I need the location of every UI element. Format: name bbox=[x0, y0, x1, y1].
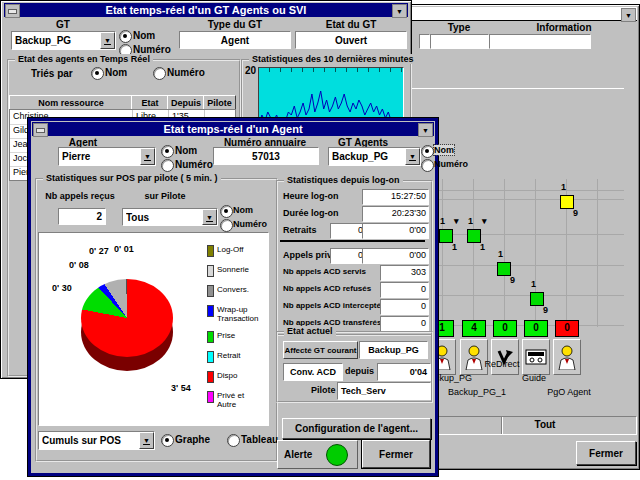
column-header-type: Type bbox=[423, 22, 495, 33]
stat-value-field: 20:23'30 bbox=[362, 206, 429, 222]
stat-value-field: 15:27:50 bbox=[362, 189, 429, 205]
sur-pilote-label: sur Pilote bbox=[126, 191, 204, 201]
view-selector-bar[interactable]: Tout bbox=[409, 416, 637, 435]
system-menu-icon[interactable] bbox=[5, 4, 20, 18]
agent-close-button[interactable]: Fermer bbox=[362, 440, 430, 468]
monitor-information-cell[interactable] bbox=[489, 34, 591, 49]
agent-titlebar[interactable]: Etat temps-réel d'un Agent ▼ bbox=[32, 122, 434, 136]
pie-legend: Log-OffSonnerieConvers.Wrap-up Transacti… bbox=[207, 245, 265, 417]
agent-nom-radio[interactable] bbox=[161, 145, 174, 158]
queue-count-box[interactable]: 4 bbox=[462, 320, 486, 337]
legend-label: Prise bbox=[217, 331, 235, 343]
queue-agent-icon[interactable] bbox=[460, 339, 488, 375]
dropdown-arrow-icon[interactable]: ▼ bbox=[405, 148, 420, 165]
node-count-top: 1 bbox=[440, 216, 445, 226]
alert-label: Alerte bbox=[284, 449, 312, 460]
gt-agents-combobox-value: Backup_PG bbox=[332, 148, 406, 165]
sort-numero-radio-label: Numéro bbox=[167, 67, 205, 78]
logon-stats-title: Statistiques depuis log-on bbox=[284, 175, 403, 185]
grid-line-horizontal bbox=[412, 265, 624, 266]
monitor-row-cell[interactable] bbox=[419, 34, 430, 49]
legend-item: Prise bbox=[207, 331, 265, 343]
node-count-top: 1 bbox=[531, 279, 536, 289]
pie-slice-label: 0' 08 bbox=[69, 260, 89, 270]
tries-par-label: Triés par bbox=[31, 68, 73, 79]
gt-nom-radio[interactable] bbox=[119, 30, 132, 43]
pos-stats-title: Statistiques sur POS par pilote ( 5 min.… bbox=[43, 173, 221, 183]
minimize-icon[interactable]: ▼ bbox=[418, 123, 433, 137]
queue-label: ReDirect bbox=[472, 359, 532, 369]
sort-nom-radio[interactable] bbox=[91, 67, 104, 80]
gt-agents-numero-radio[interactable] bbox=[421, 159, 434, 172]
legend-swatch bbox=[207, 285, 214, 297]
graphe-radio[interactable] bbox=[161, 434, 174, 447]
pilote-nom-radio[interactable] bbox=[220, 205, 233, 218]
etat-gt-value: Ouvert bbox=[295, 31, 407, 49]
alert-status-light bbox=[326, 444, 348, 466]
logon-stats-group: Statistiques depuis log-on Heure log-on1… bbox=[276, 180, 433, 336]
pie-slice-label: 3' 54 bbox=[171, 383, 191, 393]
legend-label: Retrait bbox=[217, 351, 241, 363]
graphe-radio-label: Graphe bbox=[175, 434, 210, 445]
cumuls-combobox[interactable]: Cumuls sur POS ▼ bbox=[38, 431, 155, 450]
queue-label: PgO Agent bbox=[529, 387, 609, 397]
agents-group-title: Etat des agents en Temps Réel bbox=[15, 54, 153, 64]
monitor-close-button[interactable]: Fermer bbox=[576, 441, 636, 465]
type-gt-value: Agent bbox=[179, 31, 291, 49]
config-agent-button[interactable]: Configuration de l'agent... bbox=[282, 418, 431, 439]
legend-swatch bbox=[207, 391, 214, 403]
agent-combobox[interactable]: Pierre ▼ bbox=[58, 147, 156, 166]
gt-agents-combobox[interactable]: Backup_PG ▼ bbox=[328, 147, 421, 166]
pilote-combobox[interactable]: Tous ▼ bbox=[122, 208, 218, 226]
legend-label: Wrap-up Transaction bbox=[217, 305, 265, 323]
dropdown-arrow-icon[interactable]: ▼ bbox=[100, 32, 115, 49]
stat-label: Nb appels ACD refusés bbox=[283, 284, 371, 293]
queue-label: Backup_PG_1 bbox=[437, 387, 517, 397]
queue-count-box[interactable]: 0 bbox=[524, 320, 548, 337]
gt-label: GT bbox=[13, 19, 113, 30]
grid-line-horizontal bbox=[412, 199, 624, 200]
view-all-tab[interactable]: Tout bbox=[509, 419, 581, 430]
queue-count-box[interactable]: 0 bbox=[555, 320, 579, 337]
agent-numero-radio[interactable] bbox=[161, 159, 174, 172]
system-menu-icon[interactable] bbox=[33, 123, 48, 137]
node-count-bottom: 1 bbox=[452, 242, 457, 252]
dropdown-arrow-icon[interactable]: ▼ bbox=[202, 209, 217, 225]
gt-titlebar[interactable]: Etat temps-réel d'un GT Agents ou SVI ▼ bbox=[4, 3, 408, 17]
legend-label: Dispo bbox=[217, 371, 237, 383]
monitor-type-cell[interactable] bbox=[430, 34, 489, 49]
minimize-icon[interactable]: ▼ bbox=[392, 4, 407, 18]
node-count-bottom: 9 bbox=[573, 208, 578, 218]
tableau-radio-label: Tableau bbox=[241, 434, 278, 445]
queue-guide-icon[interactable] bbox=[522, 339, 550, 375]
nb-appels-label: Nb appels reçus bbox=[39, 191, 121, 201]
stat-label: Nb appels ACD interceptés bbox=[283, 301, 385, 310]
gt-agents-nom-radio[interactable] bbox=[421, 145, 434, 158]
affecte-gt-button[interactable]: Affecté GT courant bbox=[283, 341, 358, 359]
legend-item: Wrap-up Transaction bbox=[207, 305, 265, 323]
annuaire-value: 57013 bbox=[213, 147, 319, 165]
queue-redirect-icon[interactable] bbox=[491, 339, 519, 375]
type-gt-label: Type du GT bbox=[179, 19, 291, 30]
dropdown-arrow-icon[interactable]: ▼ bbox=[140, 148, 155, 165]
agent-nom-radio-label: Nom bbox=[175, 145, 197, 156]
dropdown-arrow-icon[interactable]: ▼ bbox=[139, 432, 154, 449]
agent-window: Etat temps-réel d'un Agent ▼ Agent Pierr… bbox=[28, 118, 438, 476]
stat-label: Durée log-on bbox=[283, 208, 339, 218]
node-count-top: 1 bbox=[498, 249, 503, 259]
pilote-numero-radio[interactable] bbox=[220, 219, 233, 232]
legend-item: Sonnerie bbox=[207, 265, 265, 277]
grid-line-vertical bbox=[473, 179, 474, 327]
node-marker-icon: ▾ bbox=[454, 216, 459, 226]
tableau-radio[interactable] bbox=[227, 434, 240, 447]
sort-numero-radio[interactable] bbox=[153, 67, 166, 80]
queue-agent-icon[interactable] bbox=[553, 339, 581, 375]
alert-panel: Alerte bbox=[277, 440, 358, 469]
legend-item: Retrait bbox=[207, 351, 265, 363]
node-marker-icon: ▾ bbox=[482, 216, 487, 226]
monitor-titlebar[interactable]: ▼ bbox=[405, 7, 637, 21]
gt-combobox[interactable]: Backup_PG ▼ bbox=[11, 31, 116, 50]
minimize-icon[interactable]: ▼ bbox=[621, 8, 636, 22]
queue-count-box[interactable]: 0 bbox=[493, 320, 517, 337]
pie-slice-label: 0' 27 bbox=[89, 246, 109, 256]
